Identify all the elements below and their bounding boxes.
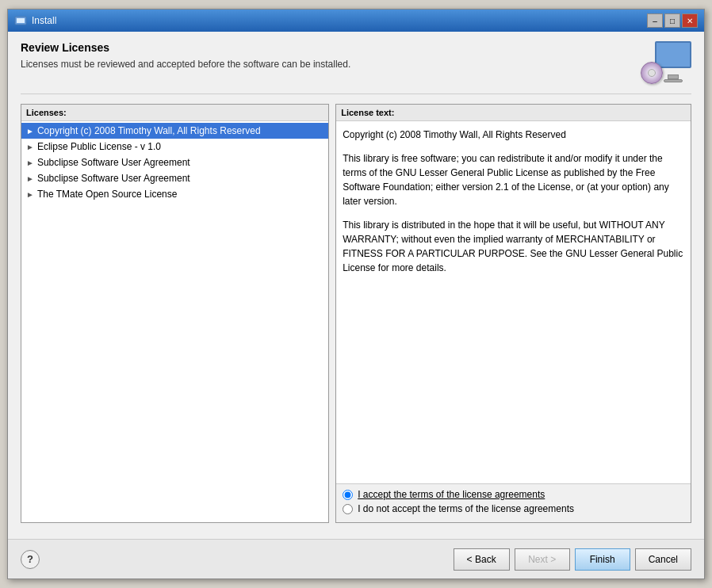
license-list[interactable]: ► Copyright (c) 2008 Timothy Wall, All R… bbox=[21, 121, 328, 522]
monitor-base bbox=[664, 79, 683, 82]
header-text: Review Licenses Licenses must be reviewe… bbox=[21, 41, 631, 70]
license-item-3[interactable]: ► Subclipse Software User Agreement bbox=[21, 155, 328, 170]
window-icon bbox=[14, 14, 27, 27]
decline-radio-option[interactable]: I do not accept the terms of the license… bbox=[343, 503, 684, 514]
monitor-icon bbox=[655, 41, 691, 68]
maximize-button[interactable]: □ bbox=[664, 13, 680, 28]
arrow-icon-3: ► bbox=[26, 158, 34, 167]
install-window: Install – □ ✕ Review Licenses Licenses m… bbox=[7, 9, 705, 579]
arrow-icon-2: ► bbox=[26, 143, 34, 151]
accept-section: I accept the terms of the license agreem… bbox=[336, 483, 691, 522]
licenses-panel-header: Licenses: bbox=[21, 105, 328, 121]
licenses-panel: Licenses: ► Copyright (c) 2008 Timothy W… bbox=[21, 104, 329, 523]
license-text-content: Copyright (c) 2008 Timothy Wall, All Rig… bbox=[336, 121, 691, 483]
svg-rect-1 bbox=[17, 18, 25, 23]
title-bar-text: Install bbox=[32, 15, 647, 26]
title-bar: Install – □ ✕ bbox=[8, 10, 704, 32]
accept-label: I accept the terms of the license agreem… bbox=[358, 489, 545, 500]
license-item-1-label: Copyright (c) 2008 Timothy Wall, All Rig… bbox=[37, 125, 261, 136]
license-text-p3: This library is distributed in the hope … bbox=[343, 218, 684, 275]
minimize-button[interactable]: – bbox=[647, 13, 663, 28]
license-item-4-label: Subclipse Software User Agreement bbox=[37, 173, 190, 184]
finish-button[interactable]: Finish bbox=[575, 548, 630, 571]
license-item-3-label: Subclipse Software User Agreement bbox=[37, 157, 190, 168]
back-button[interactable]: < Back bbox=[454, 548, 510, 571]
main-panels: Licenses: ► Copyright (c) 2008 Timothy W… bbox=[21, 104, 691, 523]
accept-radio[interactable] bbox=[343, 490, 353, 500]
decline-label: I do not accept the terms of the license… bbox=[358, 503, 574, 514]
cancel-button[interactable]: Cancel bbox=[635, 548, 691, 571]
next-button[interactable]: Next > bbox=[515, 548, 570, 571]
header-section: Review Licenses Licenses must be reviewe… bbox=[21, 41, 691, 94]
arrow-icon-1: ► bbox=[26, 127, 34, 136]
license-text-p1: Copyright (c) 2008 Timothy Wall, All Rig… bbox=[343, 128, 684, 142]
content-area: Review Licenses Licenses must be reviewe… bbox=[8, 32, 704, 539]
header-icon bbox=[641, 41, 691, 86]
close-button[interactable]: ✕ bbox=[682, 13, 698, 28]
cd-icon bbox=[641, 62, 663, 84]
arrow-icon-5: ► bbox=[26, 190, 34, 199]
help-button[interactable]: ? bbox=[21, 550, 40, 569]
license-item-5-label: The TMate Open Source License bbox=[37, 189, 178, 200]
decline-radio[interactable] bbox=[343, 504, 353, 514]
license-text-panel: License text: Copyright (c) 2008 Timothy… bbox=[335, 104, 691, 523]
license-text-panel-header: License text: bbox=[336, 105, 691, 121]
accept-radio-option[interactable]: I accept the terms of the license agreem… bbox=[343, 489, 684, 500]
title-bar-buttons: – □ ✕ bbox=[647, 13, 698, 28]
page-title: Review Licenses bbox=[21, 41, 631, 54]
license-item-5[interactable]: ► The TMate Open Source License bbox=[21, 186, 328, 202]
footer: ? < Back Next > Finish Cancel bbox=[8, 539, 704, 578]
license-item-2[interactable]: ► Eclipse Public License - v 1.0 bbox=[21, 139, 328, 155]
footer-buttons: < Back Next > Finish Cancel bbox=[454, 548, 691, 571]
page-subtitle: Licenses must be reviewed and accepted b… bbox=[21, 59, 631, 70]
license-item-1[interactable]: ► Copyright (c) 2008 Timothy Wall, All R… bbox=[21, 123, 328, 139]
arrow-icon-4: ► bbox=[26, 174, 34, 183]
license-text-p2: This library is free software; you can r… bbox=[343, 151, 684, 208]
license-item-2-label: Eclipse Public License - v 1.0 bbox=[37, 141, 161, 152]
footer-left: ? bbox=[21, 550, 454, 569]
license-item-4[interactable]: ► Subclipse Software User Agreement bbox=[21, 170, 328, 186]
